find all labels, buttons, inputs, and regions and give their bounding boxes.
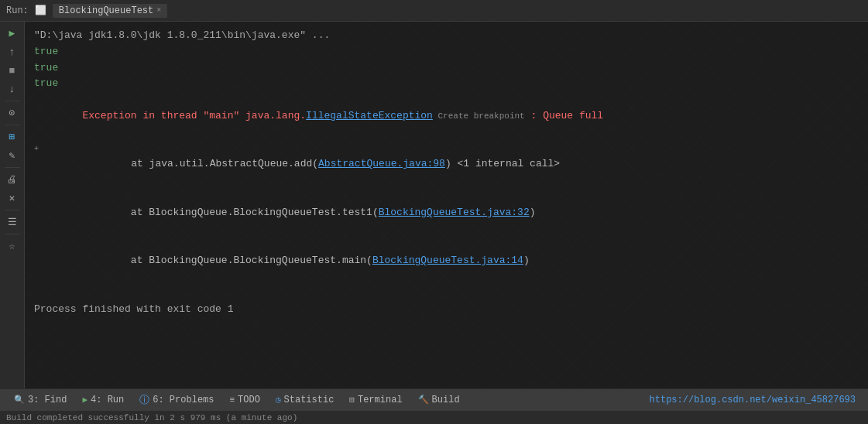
build-status-bar: Build completed successfully in 2 s 979 … (0, 410, 868, 424)
run-label-status: 4: Run (91, 395, 124, 405)
statistic-label: Statistic (284, 395, 335, 405)
stacktrace-line-2: at BlockingQueue.BlockingQueueTest.test1… (34, 189, 859, 237)
stacktrace-at-1: at java.util.AbstractQueue.add( (107, 158, 318, 169)
status-problems[interactable]: ⓘ 6: Problems (132, 389, 221, 410)
problems-label: 6: Problems (153, 395, 214, 405)
console-line-true-3: true (34, 76, 859, 92)
exception-prefix: Exception in thread "main" java.lang. (82, 110, 306, 121)
tab-close-button[interactable]: × (156, 6, 161, 15)
console-line-true-2: true (34, 60, 859, 77)
pin-button[interactable]: ☆ (2, 238, 22, 255)
terminal-icon: ⊡ (349, 395, 355, 405)
tab-name: BlockingQueueTest (59, 5, 153, 16)
status-statistic[interactable]: ◷ Statistic (268, 389, 341, 410)
rerun-button[interactable]: ↑ (2, 43, 22, 60)
print-button[interactable]: 🖨 (2, 171, 22, 188)
close-content-button[interactable]: ✕ (2, 190, 22, 207)
layout-button[interactable]: ⊞ (2, 128, 22, 145)
separator-4 (5, 210, 20, 210)
statistic-icon: ◷ (276, 395, 281, 405)
settings-button[interactable]: ⊙ (2, 104, 22, 121)
info-icon: ⓘ (139, 393, 149, 407)
blocking-queue-main-link[interactable]: BlockingQueueTest.java:14 (372, 255, 523, 266)
create-breakpoint-hint[interactable]: Create breakpoint (433, 111, 525, 121)
run-icon: ▶ (82, 395, 87, 405)
build-status-text: Build completed successfully in 2 s 979 … (6, 413, 297, 422)
status-url[interactable]: https://blog.csdn.net/weixin_45827693 (650, 395, 862, 405)
scroll-down-button[interactable]: ↓ (2, 80, 22, 97)
edit-button[interactable]: ✎ (2, 147, 22, 164)
todo-label: TODO (238, 395, 260, 405)
status-build[interactable]: 🔨 Build (410, 389, 468, 410)
stacktrace-suffix-1: ) <1 internal call> (445, 158, 560, 169)
left-toolbar: ▶ ↑ ■ ↓ ⊙ ⊞ ✎ 🖨 ✕ ☰ ☆ (0, 22, 25, 388)
console-exit-code: Process finished with exit code 1 (34, 302, 859, 318)
console-line-exception: Exception in thread "main" java.lang.Ill… (34, 92, 859, 140)
abstract-queue-link[interactable]: AbstractQueue.java:98 (318, 158, 445, 169)
separator-3 (5, 167, 20, 168)
status-terminal[interactable]: ⊡ Terminal (341, 389, 410, 410)
expand-icon[interactable]: + (34, 143, 43, 156)
find-label: 3: Find (28, 395, 67, 405)
menu-button[interactable]: ☰ (2, 214, 22, 231)
console-output[interactable]: "D:\java jdk1.8.0\jdk 1.8.0_211\bin\java… (25, 22, 868, 388)
blocking-queue-test1-link[interactable]: BlockingQueueTest.java:32 (379, 207, 530, 218)
console-line-true-1: true (34, 44, 859, 60)
build-icon: 🔨 (418, 395, 429, 405)
console-line-java-cmd: "D:\java jdk1.8.0\jdk 1.8.0_211\bin\java… (34, 28, 859, 44)
run-button[interactable]: ▶ (2, 25, 22, 42)
separator-5 (5, 234, 20, 234)
run-label: Run: (6, 5, 29, 16)
run-tab[interactable]: BlockingQueueTest × (53, 4, 167, 18)
status-todo[interactable]: ≡ TODO (221, 389, 267, 410)
status-find[interactable]: 🔍 3: Find (6, 389, 74, 410)
separator-2 (5, 125, 20, 125)
top-bar: Run: ⬜ BlockingQueueTest × (0, 0, 868, 22)
exception-suffix: : Queue full (525, 110, 603, 121)
status-run[interactable]: ▶ 4: Run (74, 389, 132, 410)
stop-button[interactable]: ■ (2, 62, 22, 79)
illegal-state-exception-link[interactable]: IllegalStateException (306, 110, 433, 121)
stacktrace-line-3: at BlockingQueue.BlockingQueueTest.main(… (34, 237, 859, 285)
todo-icon: ≡ (229, 395, 235, 405)
window-icon: ⬜ (35, 5, 46, 16)
stacktrace-line-1: + at java.util.AbstractQueue.add(Abstrac… (34, 141, 859, 189)
search-icon: 🔍 (14, 395, 25, 405)
separator-1 (5, 101, 20, 101)
status-bar: 🔍 3: Find ▶ 4: Run ⓘ 6: Problems ≡ TODO … (0, 388, 868, 410)
terminal-label: Terminal (358, 395, 403, 405)
console-empty-line (34, 286, 859, 302)
build-label: Build (432, 395, 460, 405)
